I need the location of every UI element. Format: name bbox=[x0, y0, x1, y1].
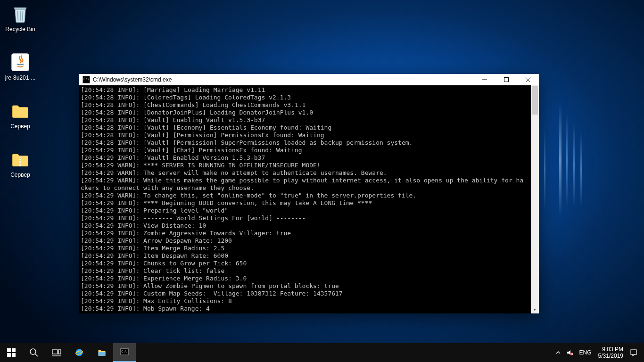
close-button[interactable] bbox=[517, 74, 539, 85]
svg-rect-13 bbox=[58, 350, 61, 354]
scrollbar-thumb[interactable] bbox=[532, 86, 538, 115]
console-line: [20:54:29 INFO]: [Vault] [Chat] Permissi… bbox=[81, 147, 529, 154]
console-line: [20:54:29 INFO]: Max Entity Collisions: … bbox=[81, 297, 529, 305]
scrollbar[interactable]: ▾ bbox=[531, 85, 539, 313]
system-tray[interactable]: ENG 9:03 PM 5/31/2019 bbox=[553, 343, 644, 362]
svg-rect-12 bbox=[52, 350, 58, 354]
console-line: [20:54:29 INFO]: Allow Zombie Pigmen to … bbox=[81, 282, 529, 290]
console-line: [20:54:29 WARN]: **** SERVER IS RUNNING … bbox=[81, 162, 529, 169]
svg-text:C:\: C:\ bbox=[121, 350, 127, 354]
action-center-icon[interactable] bbox=[627, 343, 640, 362]
console-line: [20:54:29 WARN]: While this makes the ga… bbox=[81, 177, 529, 184]
console-line: [20:54:28 INFO]: [Vault] [Permission] Su… bbox=[81, 139, 529, 147]
zip-folder-icon bbox=[9, 148, 32, 171]
console-line: [20:54:29 WARN]: To change this, set "on… bbox=[81, 192, 529, 199]
console-line: ckers to connect with any username they … bbox=[81, 184, 529, 192]
console-line: [20:54:28 INFO]: [ChestCommands] Loading… bbox=[81, 101, 529, 109]
search-button[interactable] bbox=[23, 343, 45, 362]
titlebar[interactable]: C:\Windows\system32\cmd.exe bbox=[79, 74, 539, 85]
console-line: [20:54:29 INFO]: Experience Merge Radius… bbox=[81, 275, 529, 282]
console-line: [20:54:28 INFO]: [Vault] Enabling Vault … bbox=[81, 116, 529, 124]
cmd-icon bbox=[83, 76, 90, 83]
server-folder-icon[interactable]: Сервер bbox=[2, 99, 38, 130]
ie-button[interactable] bbox=[68, 343, 91, 362]
console-line: [20:54:29 INFO]: [Vault] Enabled Version… bbox=[81, 154, 529, 162]
svg-line-11 bbox=[35, 354, 38, 356]
volume-icon[interactable] bbox=[563, 343, 577, 362]
java-icon bbox=[9, 51, 32, 74]
console-line: [20:54:29 INFO]: View Distance: 10 bbox=[81, 222, 529, 230]
icon-label: jre-8u201-... bbox=[2, 74, 38, 81]
scroll-down-icon[interactable]: ▾ bbox=[531, 305, 539, 313]
console-line: [20:54:28 INFO]: [Marriage] Loading Marr… bbox=[81, 86, 529, 94]
console-line: [20:54:29 INFO]: Clear tick list: false bbox=[81, 267, 529, 275]
folder-icon bbox=[9, 99, 32, 122]
icon-label: Сервер bbox=[2, 123, 38, 130]
console-line: [20:54:29 INFO]: Item Despawn Rate: 6000 bbox=[81, 252, 529, 260]
console-line: [20:54:29 INFO]: Mob Spawn Range: 4 bbox=[81, 305, 529, 313]
console-line: [20:54:28 INFO]: [Vault] [Permission] Pe… bbox=[81, 132, 529, 139]
console-line: [20:54:28 INFO]: [ColoredTags] Loading C… bbox=[81, 94, 529, 101]
clock-time: 9:03 PM bbox=[598, 346, 623, 353]
console-line: [20:54:29 WARN]: The server will make no… bbox=[81, 169, 529, 177]
icon-label: Recycle Bin bbox=[2, 26, 38, 33]
console-line: [20:54:29 INFO]: Custom Map Seeds: Villa… bbox=[81, 290, 529, 297]
explorer-button[interactable] bbox=[91, 343, 113, 362]
start-button[interactable] bbox=[0, 343, 23, 362]
console-line: [20:54:29 INFO]: Chunks to Grow per Tick… bbox=[81, 260, 529, 267]
recycle-bin-icon[interactable]: Recycle Bin bbox=[2, 2, 38, 33]
console-line: [20:54:29 INFO]: Preparing level "world" bbox=[81, 207, 529, 214]
taskbar[interactable]: C:\ ENG 9:03 PM 5/31/2019 bbox=[0, 343, 644, 362]
console-line: [20:54:29 INFO]: Arrow Despawn Rate: 120… bbox=[81, 237, 529, 245]
console-line: [20:54:29 INFO]: -------- World Settings… bbox=[81, 214, 529, 222]
minimize-button[interactable] bbox=[474, 74, 495, 85]
console-line: [20:54:28 INFO]: [Vault] [Economy] Essen… bbox=[81, 124, 529, 132]
taskbar-spacer bbox=[136, 343, 553, 362]
svg-rect-1 bbox=[19, 156, 21, 166]
console-line: [20:54:28 INFO]: [DonatorJoinPlus] Loadi… bbox=[81, 109, 529, 116]
svg-rect-0 bbox=[12, 54, 29, 71]
window-title: C:\Windows\system32\cmd.exe bbox=[93, 76, 474, 83]
maximize-button[interactable] bbox=[495, 74, 517, 85]
cmd-window[interactable]: C:\Windows\system32\cmd.exe [20:54:28 IN… bbox=[79, 74, 539, 313]
svg-point-10 bbox=[30, 349, 36, 354]
svg-rect-8 bbox=[7, 353, 11, 357]
task-view-button[interactable] bbox=[45, 343, 68, 362]
java-installer-icon[interactable]: jre-8u201-... bbox=[2, 51, 38, 81]
clock[interactable]: 9:03 PM 5/31/2019 bbox=[594, 346, 627, 360]
console-line: [20:54:29 INFO]: **** Beginning UUID con… bbox=[81, 199, 529, 207]
tray-chevron-icon[interactable] bbox=[553, 343, 563, 362]
language-indicator[interactable]: ENG bbox=[577, 343, 594, 362]
svg-rect-23 bbox=[631, 350, 636, 354]
svg-rect-7 bbox=[12, 348, 16, 352]
console-output[interactable]: [20:54:28 INFO]: [Marriage] Loading Marr… bbox=[79, 85, 531, 313]
svg-rect-3 bbox=[504, 77, 509, 82]
trash-icon bbox=[9, 2, 32, 25]
svg-rect-6 bbox=[7, 348, 11, 352]
console-line: [20:54:29 INFO]: Item Merge Radius: 2.5 bbox=[81, 245, 529, 252]
clock-date: 5/31/2019 bbox=[598, 353, 623, 359]
cmd-taskbar-button[interactable]: C:\ bbox=[113, 343, 136, 362]
console-line: [20:54:29 INFO]: Zombie Aggressive Towar… bbox=[81, 230, 529, 237]
svg-rect-9 bbox=[12, 353, 16, 357]
svg-rect-17 bbox=[99, 352, 106, 356]
icon-label: Сервер bbox=[2, 172, 38, 178]
server-zip-icon[interactable]: Сервер bbox=[2, 148, 38, 178]
